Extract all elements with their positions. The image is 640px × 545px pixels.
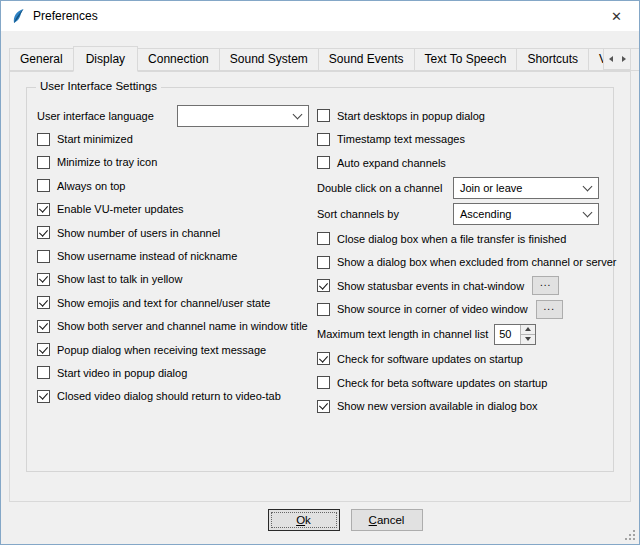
checkbox-row-statusbar-events[interactable]: Show statusbar events in chat-window ... (317, 274, 603, 298)
tab-connection[interactable]: Connection (137, 48, 220, 71)
statusbar-events-more-button[interactable]: ... (532, 276, 559, 295)
max-text-length-spinner[interactable]: 50 (494, 324, 536, 345)
checkbox-always-on-top[interactable] (37, 179, 50, 192)
chevron-down-icon (583, 181, 593, 191)
checkbox-start-desktops-popup[interactable] (317, 109, 330, 122)
checkbox-row-always-on-top[interactable]: Always on top (37, 174, 317, 197)
checkbox-start-minimized[interactable] (37, 133, 50, 146)
checkbox-row-dialog-excluded[interactable]: Show a dialog box when excluded from cha… (317, 250, 603, 274)
checkbox-label: Show number of users in channel (57, 227, 220, 239)
checkbox-row-start-desktops-popup[interactable]: Start desktops in popup dialog (317, 104, 603, 128)
checkbox-closed-video-return[interactable] (37, 390, 50, 403)
tab-shortcuts[interactable]: Shortcuts (516, 48, 589, 71)
checkbox-emojis-text-state[interactable] (37, 296, 50, 309)
checkbox-row-new-version-dialog[interactable]: Show new version available in dialog box (317, 394, 603, 418)
display-tab-page: User Interface Settings User interface l… (9, 71, 631, 502)
checkbox-label: Show last to talk in yellow (57, 273, 182, 285)
checkbox-label: Timestamp text messages (337, 133, 465, 145)
close-icon: ✕ (611, 9, 622, 24)
checkbox-last-talk-yellow[interactable] (37, 273, 50, 286)
cancel-button[interactable]: Cancel (351, 509, 423, 531)
checkbox-close-file-transfer[interactable] (317, 232, 330, 245)
sort-channels-select[interactable]: Ascending (453, 203, 599, 225)
tab-display[interactable]: Display (73, 46, 138, 72)
checkbox-video-source-corner[interactable] (317, 303, 330, 316)
checkbox-new-version-dialog[interactable] (317, 400, 330, 413)
checkbox-software-updates[interactable] (317, 352, 330, 365)
checkbox-label: Show new version available in dialog box (337, 400, 538, 412)
checkbox-vu-meter[interactable] (37, 203, 50, 216)
spin-down-icon (525, 337, 531, 341)
checkbox-label: Show source in corner of video window (337, 303, 528, 315)
checkbox-row-vu-meter[interactable]: Enable VU-meter updates (37, 198, 317, 221)
spin-down-button[interactable] (520, 334, 535, 344)
checkbox-minimize-to-tray[interactable] (37, 156, 50, 169)
checkbox-row-server-channel-title[interactable]: Show both server and channel name in win… (37, 315, 317, 338)
ok-label-rest: k (305, 514, 311, 526)
checkbox-row-closed-video-return[interactable]: Closed video dialog should return to vid… (37, 385, 317, 408)
language-select[interactable] (177, 105, 309, 127)
double-click-select[interactable]: Join or leave (453, 177, 599, 199)
tab-scroll-left-icon[interactable] (604, 49, 617, 69)
checkbox-row-software-updates[interactable]: Check for software updates on startup (317, 347, 603, 371)
checkbox-timestamp-messages[interactable] (317, 133, 330, 146)
checkbox-row-minimize-to-tray[interactable]: Minimize to tray icon (37, 151, 317, 174)
ok-button[interactable]: Ok (268, 509, 340, 531)
close-button[interactable]: ✕ (594, 1, 639, 31)
checkbox-statusbar-events[interactable] (317, 279, 330, 292)
sort-channels-label: Sort channels by (317, 208, 399, 220)
checkbox-row-beta-updates[interactable]: Check for beta software updates on start… (317, 371, 603, 395)
checkbox-start-video-popup[interactable] (37, 366, 50, 379)
resize-grip[interactable] (623, 528, 636, 541)
chevron-down-icon (583, 207, 593, 217)
checkbox-row-username-instead-nickname[interactable]: Show username instead of nickname (37, 244, 317, 267)
checkbox-auto-expand-channels[interactable] (317, 156, 330, 169)
checkbox-label: Check for software updates on startup (337, 353, 523, 365)
checkbox-row-popup-text-message[interactable]: Popup dialog when receiving text message (37, 338, 317, 361)
language-label: User interface language (37, 110, 154, 122)
checkbox-row-show-user-count[interactable]: Show number of users in channel (37, 221, 317, 244)
video-source-more-button[interactable]: ... (536, 300, 563, 319)
language-row: User interface language (37, 104, 317, 127)
group-title: User Interface Settings (36, 80, 161, 92)
tab-scroll-right-icon[interactable] (617, 49, 630, 69)
checkbox-dialog-excluded[interactable] (317, 256, 330, 269)
spin-up-button[interactable] (520, 325, 535, 334)
double-click-label: Double click on a channel (317, 182, 442, 194)
chevron-down-icon (293, 109, 303, 119)
checkbox-label: Close dialog box when a file transfer is… (337, 233, 566, 245)
checkbox-row-close-file-transfer[interactable]: Close dialog box when a file transfer is… (317, 227, 603, 251)
checkbox-row-start-minimized[interactable]: Start minimized (37, 127, 317, 150)
checkbox-row-video-source-corner[interactable]: Show source in corner of video window ..… (317, 298, 603, 322)
tab-scroll-arrows[interactable] (603, 48, 631, 70)
checkbox-username-instead-nickname[interactable] (37, 250, 50, 263)
cancel-label-rest: ancel (377, 514, 405, 526)
tab-sound-system[interactable]: Sound System (219, 48, 319, 71)
checkbox-popup-text-message[interactable] (37, 343, 50, 356)
checkbox-row-emojis-text-state[interactable]: Show emojis and text for channel/user st… (37, 291, 317, 314)
checkbox-beta-updates[interactable] (317, 376, 330, 389)
checkbox-row-start-video-popup[interactable]: Start video in popup dialog (37, 361, 317, 384)
checkbox-label: Start desktops in popup dialog (337, 110, 485, 122)
checkbox-label: Check for beta software updates on start… (337, 377, 547, 389)
double-click-select-value: Join or leave (460, 182, 522, 194)
title-bar[interactable]: Preferences ✕ (1, 1, 639, 31)
checkbox-row-last-talk-yellow[interactable]: Show last to talk in yellow (37, 268, 317, 291)
tab-sound-events[interactable]: Sound Events (318, 48, 415, 71)
dialog-buttons: Ok Cancel (26, 509, 640, 531)
checkbox-row-auto-expand-channels[interactable]: Auto expand channels (317, 151, 603, 175)
checkbox-label: Closed video dialog should return to vid… (57, 390, 281, 402)
tab-general[interactable]: General (9, 48, 74, 71)
double-click-row: Double click on a channel Join or leave (317, 175, 603, 201)
spinner-buttons (520, 325, 535, 344)
max-text-length-value: 50 (495, 325, 520, 344)
checkbox-row-timestamp-messages[interactable]: Timestamp text messages (317, 128, 603, 152)
user-interface-settings-group: User Interface Settings User interface l… (26, 87, 614, 472)
checkbox-label: Start minimized (57, 133, 133, 145)
checkbox-label: Enable VU-meter updates (57, 203, 184, 215)
checkbox-label: Show a dialog box when excluded from cha… (337, 256, 616, 268)
checkbox-label: Start video in popup dialog (57, 367, 187, 379)
tab-text-to-speech[interactable]: Text To Speech (414, 48, 518, 71)
checkbox-show-user-count[interactable] (37, 226, 50, 239)
checkbox-server-channel-title[interactable] (37, 320, 50, 333)
